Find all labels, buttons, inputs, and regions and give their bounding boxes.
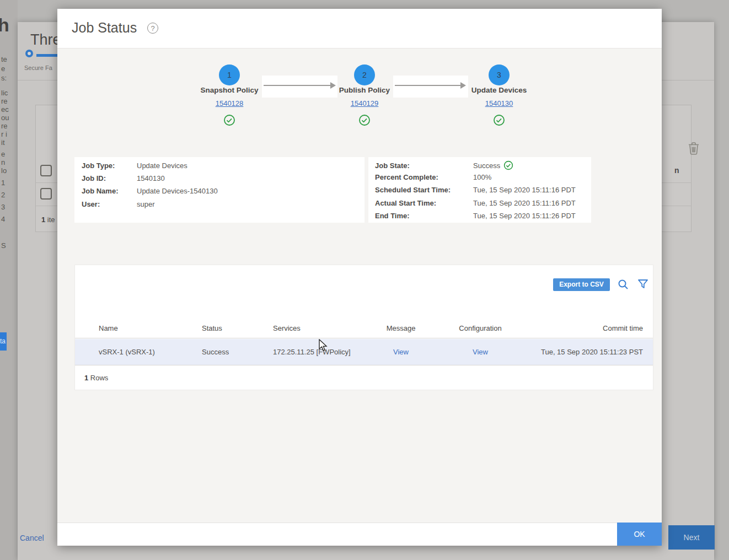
detail-label: Job Name: <box>82 187 137 195</box>
detail-value: Update Devices <box>137 161 187 170</box>
device-results-card: Export to CSV Name Status Services Messa… <box>74 265 653 390</box>
step-2-label: Publish Policy <box>320 86 409 94</box>
step-2-success-icon <box>320 114 409 128</box>
table-row[interactable]: vSRX-1 (vSRX-1) Success 172.25.11.25 [FW… <box>75 339 653 365</box>
background-text-fragment: s: <box>1 74 7 82</box>
wizard-step-ring-icon <box>25 50 33 57</box>
step-3-job-link: 1540130 <box>455 99 543 107</box>
detail-label: Job Type: <box>82 161 137 170</box>
background-text-fragment: lic <box>1 89 8 97</box>
background-text-fragment: re <box>1 122 8 130</box>
column-header-name[interactable]: Name <box>75 324 202 332</box>
background-page-strip: h te e s: lic re ec ou re r i it e n lo … <box>0 0 18 560</box>
detail-value: 1540130 <box>137 174 165 182</box>
dialog-footer <box>57 523 662 546</box>
background-text-fragment: e <box>1 150 5 158</box>
next-button[interactable]: Next <box>668 525 715 550</box>
table-header-row: Name Status Services Message Configurati… <box>75 318 653 338</box>
detail-label: Percent Complete: <box>375 173 473 181</box>
detail-label: User: <box>82 200 137 208</box>
detail-value: Tue, 15 Sep 2020 15:11:16 PDT <box>473 199 576 207</box>
cell-device-name: vSRX-1 (vSRX-1) <box>75 348 202 356</box>
detail-label: Job State: <box>375 161 473 170</box>
background-text-fragment: n <box>1 158 5 166</box>
wizard-title: Thre <box>30 31 61 49</box>
background-text-fragment: e <box>1 64 5 73</box>
background-text-fragment: re <box>1 97 8 105</box>
detail-value: Tue, 15 Sep 2020 15:11:16 PDT <box>473 186 576 194</box>
column-header-commit-time[interactable]: Commit time <box>527 324 653 332</box>
detail-value: Update Devices-1540130 <box>137 187 218 195</box>
detail-value: Success <box>473 161 500 170</box>
column-header-status[interactable]: Status <box>202 324 273 332</box>
step-1-success-icon <box>185 114 274 128</box>
background-text-fragment: r i <box>1 130 7 138</box>
background-text-fragment: it <box>1 138 5 147</box>
detail-label: Actual Start Time: <box>375 199 473 207</box>
detail-value: 100% <box>473 173 491 181</box>
background-text-fragment: S <box>1 241 6 250</box>
step-1-circle: 1 <box>219 64 240 85</box>
dialog-header: Job Status ? <box>57 9 662 49</box>
step-3-label: Update Devices <box>455 86 543 94</box>
job-id-link[interactable]: 1540129 <box>351 99 379 107</box>
background-text-fragment: lo <box>1 166 7 175</box>
background-text-fragment: 4 <box>1 215 5 223</box>
row-count-footer: 1 Rows <box>75 366 653 390</box>
step-1-label: Snapshot Policy <box>185 86 274 94</box>
job-state-panel: Job State:Success Percent Complete:100% … <box>368 157 591 223</box>
row-checkbox[interactable] <box>40 188 52 200</box>
search-icon[interactable] <box>618 279 629 292</box>
export-to-csv-button[interactable]: Export to CSV <box>553 278 610 291</box>
background-text-fragment: te <box>1 55 7 63</box>
step-3-circle: 3 <box>489 64 510 85</box>
message-view-link[interactable]: View <box>393 348 409 356</box>
job-details-panel: Job Type:Update Devices Job ID:1540130 J… <box>74 157 364 223</box>
wizard-step-label: Secure Fa <box>24 64 52 71</box>
job-id-link[interactable]: 1540128 <box>216 99 244 107</box>
step-1-job-link: 1540128 <box>185 99 274 107</box>
step-3-success-icon <box>455 114 543 128</box>
detail-label: Scheduled Start Time: <box>375 186 473 194</box>
trash-icon[interactable] <box>688 142 700 157</box>
detail-value: Tue, 15 Sep 2020 15:11:26 PDT <box>473 212 576 220</box>
step-2-circle: 2 <box>354 64 375 85</box>
cell-commit-time: Tue, 15 Sep 2020 15:11:23 PST <box>527 348 653 356</box>
side-partial-badge: ta <box>0 332 7 351</box>
wizard-step-connector <box>36 54 58 57</box>
background-text-fragment: 1 <box>1 179 5 187</box>
detail-label: Job ID: <box>82 174 137 182</box>
configuration-view-link[interactable]: View <box>473 348 488 356</box>
wizard-items-count: 1 ite <box>41 216 55 224</box>
dialog-title: Job Status <box>72 20 137 36</box>
cell-status: Success <box>202 348 273 356</box>
background-text-fragment: ou <box>1 114 9 122</box>
column-header-configuration[interactable]: Configuration <box>434 324 527 332</box>
detail-label: End Time: <box>375 212 473 220</box>
success-check-icon <box>503 164 513 172</box>
ok-button[interactable]: OK <box>617 523 662 546</box>
job-id-link[interactable]: 1540130 <box>485 99 513 107</box>
background-text-fragment: h <box>0 14 9 36</box>
cancel-button[interactable]: Cancel <box>20 534 44 542</box>
help-icon[interactable]: ? <box>147 23 158 34</box>
cell-services: 172.25.11.25 [FWPolicy] <box>273 348 368 356</box>
step-2-job-link: 1540129 <box>320 99 409 107</box>
wizard-column-header-fragment: n <box>674 166 679 175</box>
job-status-dialog: Job Status ? 1 Snapshot Policy 1540128 2… <box>57 9 662 546</box>
background-text-fragment: 3 <box>1 203 5 211</box>
background-text-fragment: 2 <box>1 191 5 199</box>
column-header-message[interactable]: Message <box>368 324 434 332</box>
filter-icon[interactable] <box>637 279 648 292</box>
row-checkbox[interactable] <box>40 165 52 176</box>
column-header-services[interactable]: Services <box>273 324 368 332</box>
detail-value: super <box>137 200 155 208</box>
background-text-fragment: ec <box>1 105 9 114</box>
